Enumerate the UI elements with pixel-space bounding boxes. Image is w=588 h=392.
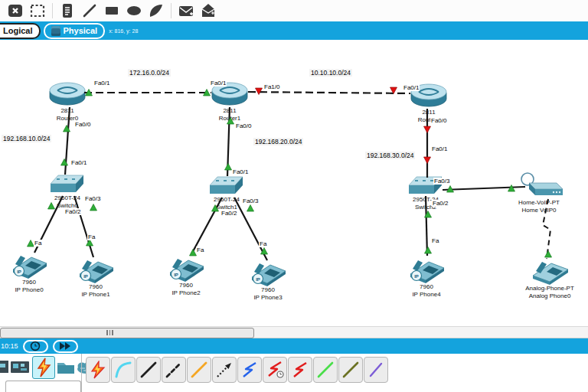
connection-console-icon[interactable]: [111, 357, 136, 383]
port-label: Fa: [34, 240, 42, 247]
device-model: 7960: [261, 286, 275, 294]
device-model: 2811: [422, 109, 435, 116]
device-name: IP Phone0: [15, 286, 43, 294]
simulation-bar: 10:15: [0, 338, 588, 354]
device-ip-phone1[interactable]: IP 7960 IP Phone1: [76, 256, 116, 299]
horizontal-scrollbar[interactable]: [0, 326, 588, 338]
connection-custom-io-icon[interactable]: [338, 357, 363, 383]
device-palette-panel: [0, 354, 588, 392]
device-name: Analog Phone0: [529, 292, 571, 300]
device-model: 2950T-24: [54, 194, 80, 202]
device-ip-phone3[interactable]: IP 7960 IP Phone3: [248, 259, 288, 302]
device-name: IP Phone2: [172, 289, 200, 297]
ip-phone-icon: IP: [77, 256, 115, 283]
port-label: Fa0/3: [242, 198, 259, 204]
inspect-viewport-icon[interactable]: [28, 2, 47, 20]
device-name: IP Phone1: [81, 291, 109, 299]
device-name: Home VoIP0: [522, 207, 557, 214]
tab-physical[interactable]: Physical: [44, 23, 106, 39]
port-label: Fa0/1: [93, 80, 110, 87]
connection-copper-crossover-icon[interactable]: [162, 357, 186, 383]
add-complex-pdu-icon[interactable]: [198, 2, 218, 20]
category-partial[interactable]: [0, 356, 9, 377]
svg-text:IP: IP: [83, 274, 88, 279]
device-ip-phone2[interactable]: IP 7960 IP Phone2: [166, 254, 206, 297]
port-label: Fa0/1: [232, 168, 249, 175]
drawing-toolbar: [0, 0, 588, 21]
scrollbar-thumb[interactable]: [0, 328, 254, 338]
draw-ellipse-icon[interactable]: [124, 2, 144, 20]
device-router1[interactable]: 2811 Router1: [207, 81, 253, 122]
fast-forward-icon: [57, 341, 73, 351]
workspace-mode-bar: Logical Physical x: 816, y: 28: [0, 21, 588, 40]
device-ip-phone4[interactable]: IP 7960 IP Phone4: [407, 256, 446, 299]
home-voip-icon: [515, 172, 563, 199]
device-model: 2811: [60, 107, 74, 115]
device-switch0[interactable]: 2950T-24 Switch0: [49, 175, 86, 210]
subnet-label: 192.168.20.0/24: [253, 138, 303, 145]
device-model: 7960: [89, 283, 103, 291]
device-model: 7960: [420, 283, 433, 291]
fast-forward-button[interactable]: [53, 340, 78, 353]
connection-usb-icon[interactable]: [364, 357, 388, 383]
device-ip-phone0[interactable]: IP 7960 IP Phone0: [9, 251, 49, 294]
power-cycle-button[interactable]: [23, 340, 48, 353]
delete-icon[interactable]: [5, 2, 25, 20]
toolbar-separator: [171, 3, 172, 18]
ip-phone-icon: IP: [10, 251, 48, 279]
ip-phone-icon: IP: [167, 254, 205, 282]
layers-icon: [51, 26, 60, 36]
switch-icon: [51, 175, 84, 194]
port-label: Fa0/2: [64, 208, 81, 215]
port-label: Fa0/1: [210, 80, 227, 87]
category-connections-icon[interactable]: [32, 356, 55, 379]
place-note-icon[interactable]: [57, 2, 77, 20]
port-label: Fa: [431, 237, 439, 244]
port-label: Fa: [259, 240, 267, 247]
analog-phone-icon: [530, 257, 570, 285]
category-folder-icon[interactable]: [55, 356, 77, 377]
connection-auto-connect-icon[interactable]: [86, 357, 110, 383]
tab-physical-label: Physical: [64, 26, 98, 35]
device-list-box[interactable]: [5, 381, 81, 392]
add-simple-pdu-icon[interactable]: [176, 2, 196, 20]
network-canvas[interactable]: 2811 Router0 2811 Router1 2811 Router2: [0, 40, 588, 326]
connection-octal-icon[interactable]: [313, 357, 338, 383]
device-home-voip0[interactable]: Home-VoIP-PT Home VoIP0: [508, 172, 570, 214]
connection-phone-icon[interactable]: [212, 357, 237, 383]
port-label: Fa0/0: [430, 117, 447, 124]
connection-serial-dte-icon[interactable]: [288, 357, 312, 383]
connection-copper-straight-icon[interactable]: [136, 357, 161, 383]
ip-phone-icon: IP: [407, 256, 446, 283]
subnet-label: 192.168.10.0/24: [2, 135, 51, 142]
port-label: Fa0/0: [235, 122, 252, 129]
device-model: Analog-Phone-PT: [525, 285, 574, 292]
cursor-coordinates: x: 816, y: 28: [109, 28, 138, 34]
port-label: Fa0/3: [433, 178, 450, 185]
scrollbar-grip-icon: [106, 330, 113, 335]
router-icon: [48, 81, 87, 107]
draw-rectangle-icon[interactable]: [102, 2, 122, 20]
power-cycle-icon: [28, 341, 43, 351]
device-model: Home-VoIP-PT: [518, 199, 560, 207]
device-analog-phone0[interactable]: Analog-Phone-PT Analog Phone0: [518, 257, 582, 300]
tab-logical[interactable]: Logical: [0, 23, 41, 39]
device-model: 7960: [22, 279, 36, 286]
toolbar-separator: [52, 3, 53, 18]
connection-serial-dce-icon[interactable]: [263, 357, 287, 383]
port-label: Fa1/0: [263, 83, 280, 90]
device-router0[interactable]: 2811 Router0: [44, 81, 90, 122]
draw-line-icon[interactable]: [80, 2, 100, 20]
device-model: 7960: [179, 282, 193, 289]
port-label: Fa0/1: [70, 159, 87, 166]
connection-coaxial-icon[interactable]: [237, 357, 262, 383]
port-label: Fa0/3: [84, 195, 101, 202]
svg-text:IP: IP: [17, 270, 21, 274]
svg-text:IP: IP: [174, 273, 178, 277]
subnet-label: 10.10.10.0/24: [309, 69, 352, 77]
category-hardware-board-icon[interactable]: [9, 356, 31, 377]
device-switch1[interactable]: 2950T-24 Switch1: [208, 176, 245, 211]
connection-fiber-icon[interactable]: [187, 357, 211, 383]
draw-freeform-icon[interactable]: [146, 2, 166, 20]
port-label: Fa: [196, 247, 204, 253]
